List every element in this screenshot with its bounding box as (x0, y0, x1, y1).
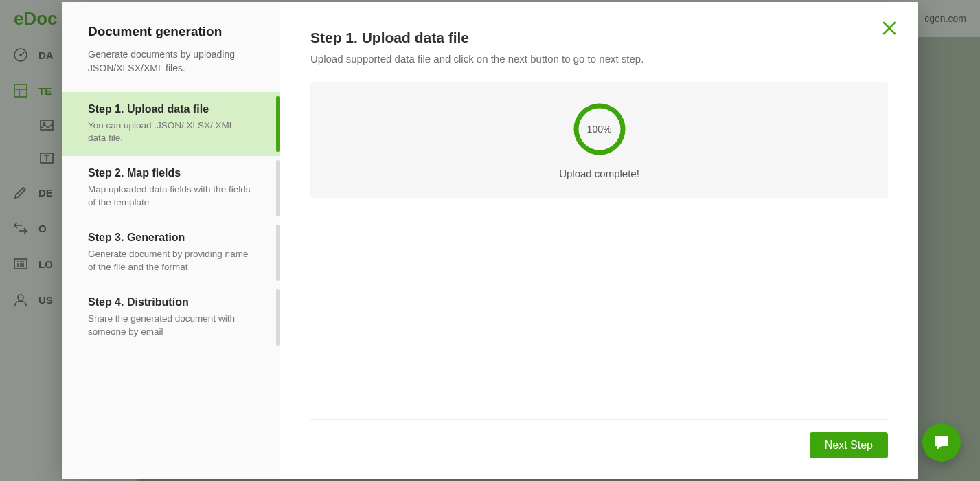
modal-sidebar: Document generation Generate documents b… (62, 2, 280, 479)
step-4-distribution[interactable]: Step 4. Distribution Share the generated… (62, 285, 280, 350)
main-title: Step 1. Upload data file (310, 30, 888, 46)
modal-main: Step 1. Upload data file Upload supporte… (280, 2, 918, 479)
modal-sidebar-header: Document generation Generate documents b… (62, 24, 280, 92)
modal-footer: Next Step (310, 419, 888, 458)
svg-point-10 (938, 440, 940, 442)
step-title: Step 3. Generation (88, 232, 253, 244)
step-title: Step 1. Upload data file (88, 103, 253, 115)
step-1-upload[interactable]: Step 1. Upload data file You can upload … (62, 92, 280, 157)
step-title: Step 2. Map fields (88, 167, 253, 179)
svg-point-12 (943, 440, 945, 442)
step-desc: Share the generated document with someon… (88, 313, 253, 339)
step-indicator (276, 225, 280, 281)
next-step-button[interactable]: Next Step (810, 432, 888, 458)
step-desc: Map uploaded data fields with the fields… (88, 183, 253, 210)
upload-panel: 100% Upload complete! (310, 82, 888, 198)
modal-subtitle: Generate documents by uploading JSON/XLS… (88, 47, 253, 76)
progress-ring: 100% (572, 102, 627, 157)
progress-percent-label: 100% (572, 102, 627, 157)
step-indicator (276, 160, 280, 216)
step-desc: Generate document by providing name of t… (88, 248, 253, 274)
step-3-generation[interactable]: Step 3. Generation Generate document by … (62, 221, 280, 285)
modal-title: Document generation (88, 24, 253, 39)
chat-icon (931, 432, 952, 453)
svg-point-11 (940, 440, 942, 442)
step-indicator (276, 96, 280, 153)
step-2-map-fields[interactable]: Step 2. Map fields Map uploaded data fie… (62, 156, 280, 221)
step-desc: You can upload .JSON/.XLSX/.XML data fil… (88, 120, 253, 146)
document-generation-modal: Document generation Generate documents b… (62, 2, 918, 479)
step-title: Step 4. Distribution (88, 296, 253, 309)
main-subtitle: Upload supported data file and click on … (310, 53, 888, 65)
step-indicator (276, 289, 280, 346)
chat-fab[interactable] (922, 423, 961, 462)
upload-status-text: Upload complete! (559, 168, 639, 179)
